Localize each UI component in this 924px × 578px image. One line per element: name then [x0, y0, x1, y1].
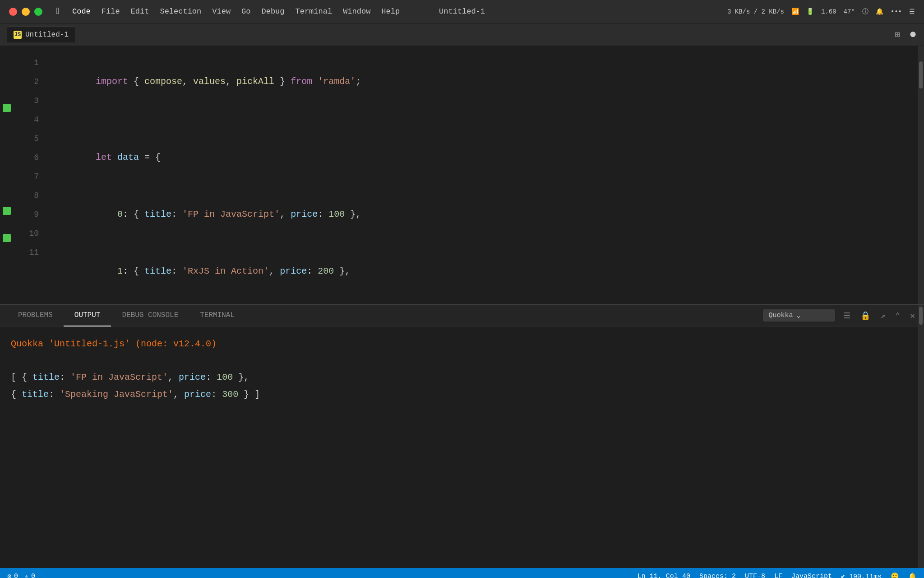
output-panel: PROBLEMS OUTPUT DEBUG CONSOLE TERMINAL Q… — [0, 304, 924, 578]
quokka-status: ✔ 190.11ms — [841, 572, 882, 578]
network-status: 3 KB/s / 2 KB/s — [727, 8, 784, 15]
output-line-2: { title: 'Speaking JavaScript', price: 3… — [11, 386, 913, 403]
external-link-icon[interactable]: ↗ — [878, 309, 887, 322]
maximize-button[interactable] — [34, 8, 42, 16]
gutter-marker-11 — [3, 234, 11, 242]
code-editor[interactable]: import { compose, values, pickAll } from… — [45, 46, 918, 312]
warning-number: 0 — [31, 573, 35, 578]
cursor-position[interactable]: Ln 11, Col 40 — [638, 573, 690, 578]
menu-bar:  Code File Edit Selection View Go Debug… — [56, 6, 400, 17]
more-icon: ••• — [891, 8, 902, 15]
editor-scrollbar[interactable] — [918, 46, 924, 312]
info-icon: ⓘ — [862, 8, 869, 16]
tab-bar: JS Untitled-1 ⊞ ● — [0, 23, 924, 46]
statusbar-right: Ln 11, Col 40 Spaces: 2 UTF-8 LF JavaScr… — [638, 572, 917, 578]
tab-debug-console[interactable]: DEBUG CONSOLE — [111, 305, 189, 326]
menu-file[interactable]: File — [102, 7, 120, 16]
dot-indicator: ● — [909, 28, 917, 42]
menu-debug[interactable]: Debug — [262, 7, 285, 16]
battery-icon: 🔋 — [806, 8, 814, 15]
js-file-icon: JS — [14, 31, 22, 39]
titlebar:  Code File Edit Selection View Go Debug… — [0, 0, 924, 23]
menu-help[interactable]: Help — [381, 7, 400, 16]
window-title: Untitled-1 — [439, 7, 485, 16]
error-count[interactable]: ⊗ 0 ⚠ 0 — [7, 572, 35, 578]
scrollbar-thumb[interactable] — [919, 61, 923, 89]
titlebar-right: 3 KB/s / 2 KB/s 📶 🔋 1.60 47° ⓘ 🔔 ••• ☰ — [727, 8, 915, 16]
code-line-1: import { compose, values, pickAll } from… — [52, 53, 918, 110]
temperature: 47° — [844, 8, 855, 15]
collapse-up-icon[interactable]: ⌃ — [893, 309, 902, 322]
smiley-icon: 🙂 — [891, 572, 899, 578]
code-line-5: 1: { title: 'RxJS in Action', price: 200… — [52, 243, 918, 300]
tab-terminal[interactable]: TERMINAL — [189, 305, 245, 326]
editor-container: 1 2 3 4 5 6 7 8 9 10 11 import { compose… — [0, 46, 924, 578]
tab-filename: Untitled-1 — [25, 31, 69, 39]
minimize-button[interactable] — [22, 8, 30, 16]
battery-level: 1.60 — [821, 8, 836, 15]
gutter-marker-9 — [3, 207, 11, 215]
titlebar-left:  Code File Edit Selection View Go Debug… — [9, 6, 400, 17]
menu-go[interactable]: Go — [241, 7, 250, 16]
statusbar: ⊗ 0 ⚠ 0 Ln 11, Col 40 Spaces: 2 UTF-8 LF… — [0, 568, 924, 578]
output-content: Quokka 'Untitled-1.js' (node: v12.4.0) [… — [0, 326, 924, 578]
output-line-1: [ { title: 'FP in JavaScript', price: 10… — [11, 369, 913, 386]
chevron-down-icon: ⌄ — [796, 311, 800, 320]
close-panel-icon[interactable]: ✕ — [908, 309, 917, 322]
menu-terminal[interactable]: Terminal — [296, 7, 333, 16]
apple-menu[interactable]:  — [56, 6, 61, 17]
menu-code[interactable]: Code — [72, 7, 91, 16]
language-mode[interactable]: JavaScript — [791, 573, 832, 578]
tab-problems[interactable]: PROBLEMS — [7, 305, 64, 326]
code-line-3: let data = { — [52, 129, 918, 186]
editor-gutter — [0, 46, 14, 312]
notification-icon: 🔔 — [876, 8, 883, 15]
warning-icon: ⚠ — [24, 572, 28, 578]
output-source-dropdown[interactable]: Quokka ⌄ — [763, 309, 835, 322]
editor-tab[interactable]: JS Untitled-1 — [7, 27, 75, 42]
traffic-lights — [9, 8, 42, 16]
tab-actions: ⊞ ● — [895, 28, 917, 42]
line-ending[interactable]: LF — [774, 573, 782, 578]
menu-view[interactable]: View — [212, 7, 231, 16]
list-icon: ☰ — [909, 8, 915, 15]
menu-edit[interactable]: Edit — [131, 7, 149, 16]
quokka-header: Quokka 'Untitled-1.js' (node: v12.4.0) — [11, 336, 913, 353]
panel-scrollbar[interactable] — [918, 305, 924, 568]
editor-area[interactable]: 1 2 3 4 5 6 7 8 9 10 11 import { compose… — [0, 46, 924, 312]
close-button[interactable] — [9, 8, 17, 16]
panel-tab-bar: PROBLEMS OUTPUT DEBUG CONSOLE TERMINAL Q… — [0, 305, 924, 326]
panel-tabs-group: PROBLEMS OUTPUT DEBUG CONSOLE TERMINAL — [7, 305, 245, 326]
file-encoding[interactable]: UTF-8 — [745, 573, 765, 578]
indentation[interactable]: Spaces: 2 — [699, 573, 736, 578]
menu-window[interactable]: Window — [343, 7, 370, 16]
error-number: 0 — [14, 573, 18, 578]
line-numbers: 1 2 3 4 5 6 7 8 9 10 11 — [14, 46, 45, 312]
clear-output-icon[interactable]: ☰ — [841, 309, 852, 322]
wifi-icon: 📶 — [791, 8, 799, 15]
panel-tab-actions: Quokka ⌄ ☰ 🔒 ↗ ⌃ ✕ — [763, 309, 917, 322]
menu-selection[interactable]: Selection — [160, 7, 201, 16]
code-line-4: 0: { title: 'FP in JavaScript', price: 1… — [52, 186, 918, 243]
notification-bell-icon[interactable]: 🔔 — [908, 572, 917, 578]
code-line-2 — [52, 110, 918, 129]
statusbar-left: ⊗ 0 ⚠ 0 — [7, 572, 35, 578]
error-icon: ⊗ — [7, 572, 11, 578]
dropdown-value: Quokka — [768, 312, 793, 319]
panel-scrollbar-thumb[interactable] — [919, 307, 923, 325]
lock-icon[interactable]: 🔒 — [859, 309, 872, 322]
gutter-marker-3 — [3, 104, 11, 112]
split-editor-button[interactable]: ⊞ — [895, 29, 900, 40]
tab-output[interactable]: OUTPUT — [64, 305, 111, 326]
